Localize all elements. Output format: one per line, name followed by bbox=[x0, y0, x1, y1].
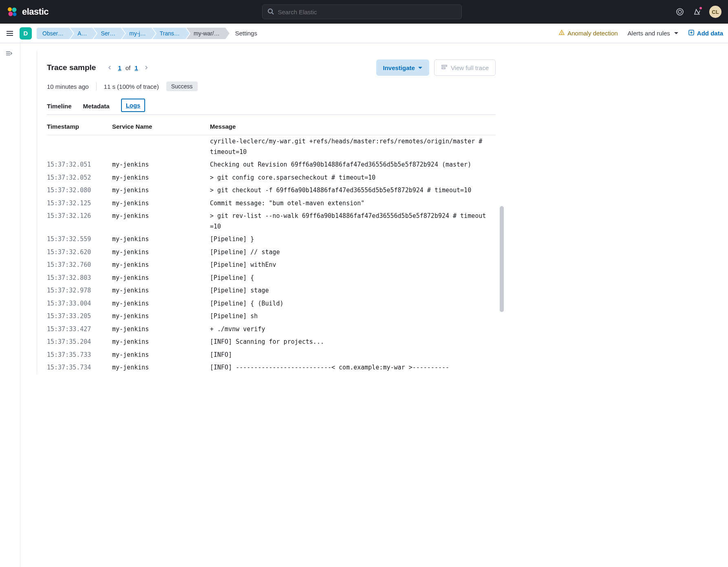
pager-prev-icon[interactable] bbox=[106, 63, 114, 73]
investigate-button[interactable]: Investigate bbox=[376, 59, 429, 76]
log-row[interactable]: cyrille-leclerc/my-war.git +refs/heads/m… bbox=[47, 135, 496, 158]
log-timestamp bbox=[47, 136, 112, 157]
log-service: my-jenkins bbox=[112, 198, 210, 209]
log-message: [Pipeline] } bbox=[210, 234, 496, 245]
log-row[interactable]: 15:37:32.760my-jenkins[Pipeline] withEnv bbox=[47, 259, 496, 272]
log-row[interactable]: 15:37:33.427my-jenkins+ ./mvnw verify bbox=[47, 323, 496, 336]
help-icon[interactable] bbox=[675, 7, 685, 17]
log-service: my-jenkins bbox=[112, 337, 210, 347]
svg-rect-20 bbox=[442, 68, 445, 69]
space-selector[interactable]: D bbox=[20, 27, 32, 40]
tab-metadata[interactable]: Metadata bbox=[83, 99, 110, 114]
anomaly-label: Anomaly detection bbox=[567, 30, 618, 37]
investigate-label: Investigate bbox=[383, 64, 415, 71]
add-data-link[interactable]: Add data bbox=[688, 29, 723, 37]
svg-point-7 bbox=[678, 10, 682, 13]
user-avatar[interactable]: CL bbox=[709, 6, 721, 18]
log-table-body: cyrille-leclerc/my-war.git +refs/heads/m… bbox=[47, 135, 496, 374]
log-row[interactable]: 15:37:32.126my-jenkins > git rev-list --… bbox=[47, 210, 496, 233]
log-row[interactable]: 15:37:32.052my-jenkins > git config core… bbox=[47, 171, 496, 185]
top-header: elastic CL bbox=[0, 0, 728, 24]
nav-toggle-icon[interactable] bbox=[5, 29, 15, 38]
alerts-label: Alerts and rules bbox=[628, 30, 670, 37]
log-timestamp: 15:37:32.080 bbox=[47, 185, 112, 196]
search-icon bbox=[267, 8, 274, 16]
log-message: Commit message: "bum otel-maven extensio… bbox=[210, 198, 496, 209]
trace-header: Trace sample 1 of 1 Investigate bbox=[47, 59, 496, 76]
log-timestamp: 15:37:32.051 bbox=[47, 160, 112, 170]
search-input[interactable] bbox=[278, 9, 457, 15]
scrollbar-thumb[interactable] bbox=[500, 206, 504, 312]
log-timestamp: 15:37:33.427 bbox=[47, 324, 112, 335]
breadcrumb-item[interactable]: my-war/… bbox=[186, 28, 225, 39]
log-row[interactable]: 15:37:32.978my-jenkins[Pipeline] stage bbox=[47, 284, 496, 297]
svg-point-2 bbox=[9, 12, 13, 16]
log-table-header: Timestamp Service Name Message bbox=[47, 115, 496, 135]
log-row[interactable]: 15:37:32.051my-jenkinsChecking out Revis… bbox=[47, 158, 496, 171]
brand-text: elastic bbox=[22, 7, 49, 17]
log-service: my-jenkins bbox=[112, 311, 210, 322]
log-timestamp: 15:37:35.733 bbox=[47, 350, 112, 360]
tab-timeline[interactable]: Timeline bbox=[47, 99, 72, 114]
svg-rect-19 bbox=[442, 65, 447, 66]
expand-rail-icon[interactable] bbox=[5, 50, 15, 59]
log-message: [Pipeline] withEnv bbox=[210, 260, 496, 270]
header-timestamp: Timestamp bbox=[47, 123, 112, 130]
brand-logo[interactable]: elastic bbox=[7, 6, 49, 18]
trace-panel: Trace sample 1 of 1 Investigate bbox=[37, 51, 505, 374]
log-row[interactable]: 15:37:35.733my-jenkins[INFO] bbox=[47, 349, 496, 362]
log-row[interactable]: 15:37:32.803my-jenkins[Pipeline] { bbox=[47, 272, 496, 285]
settings-link[interactable]: Settings bbox=[235, 30, 257, 37]
pager-next-icon[interactable] bbox=[142, 63, 150, 73]
left-rail bbox=[0, 43, 20, 567]
global-search[interactable] bbox=[262, 4, 462, 19]
view-full-trace-button[interactable]: View full trace bbox=[434, 59, 496, 76]
breadcrumb-item[interactable]: my-j… bbox=[122, 28, 151, 39]
log-service: my-jenkins bbox=[112, 247, 210, 258]
log-timestamp: 15:37:32.052 bbox=[47, 173, 112, 183]
warning-icon bbox=[558, 29, 565, 37]
newsfeed-icon[interactable] bbox=[692, 7, 702, 17]
anomaly-detection-link[interactable]: Anomaly detection bbox=[558, 29, 618, 37]
meta-divider bbox=[96, 82, 97, 90]
log-service: my-jenkins bbox=[112, 173, 210, 183]
log-message: [Pipeline] // stage bbox=[210, 247, 496, 258]
log-service: my-jenkins bbox=[112, 363, 210, 373]
log-timestamp: 15:37:35.204 bbox=[47, 337, 112, 347]
log-row[interactable]: 15:37:35.204my-jenkins[INFO] Scanning fo… bbox=[47, 336, 496, 349]
svg-point-12 bbox=[562, 34, 562, 34]
header-actions: CL bbox=[675, 6, 721, 18]
pager-of: of bbox=[126, 64, 131, 71]
breadcrumb-item[interactable]: Trans… bbox=[152, 28, 185, 39]
pager-current[interactable]: 1 bbox=[118, 64, 121, 71]
log-timestamp: 15:37:32.978 bbox=[47, 286, 112, 296]
log-service: my-jenkins bbox=[112, 350, 210, 360]
log-row[interactable]: 15:37:32.620my-jenkins[Pipeline] // stag… bbox=[47, 246, 496, 259]
log-timestamp: 15:37:33.004 bbox=[47, 299, 112, 309]
log-timestamp: 15:37:32.125 bbox=[47, 198, 112, 209]
log-row[interactable]: 15:37:35.734my-jenkins[INFO] -----------… bbox=[47, 361, 496, 374]
log-row[interactable]: 15:37:32.559my-jenkins[Pipeline] } bbox=[47, 233, 496, 246]
log-row[interactable]: 15:37:33.205my-jenkins[Pipeline] sh bbox=[47, 310, 496, 323]
log-row[interactable]: 15:37:32.080my-jenkins > git checkout -f… bbox=[47, 184, 496, 197]
log-service bbox=[112, 136, 210, 157]
log-message: Checking out Revision 69ff6a90b14886faf4… bbox=[210, 160, 496, 170]
breadcrumb-item[interactable]: Ser… bbox=[93, 28, 121, 39]
tab-logs[interactable]: Logs bbox=[121, 99, 146, 112]
log-service: my-jenkins bbox=[112, 211, 210, 232]
log-service: my-jenkins bbox=[112, 299, 210, 309]
log-message: > git config core.sparsecheckout # timeo… bbox=[210, 173, 496, 183]
pager-total[interactable]: 1 bbox=[135, 64, 138, 71]
log-timestamp: 15:37:32.760 bbox=[47, 260, 112, 270]
breadcrumb-item[interactable]: Obser… bbox=[37, 28, 69, 39]
log-row[interactable]: 15:37:32.125my-jenkinsCommit message: "b… bbox=[47, 197, 496, 210]
log-timestamp: 15:37:32.126 bbox=[47, 211, 112, 232]
log-row[interactable]: 15:37:33.004my-jenkins[Pipeline] { (Buil… bbox=[47, 297, 496, 310]
log-timestamp: 15:37:32.620 bbox=[47, 247, 112, 258]
breadcrumbs: Obser…A…Ser…my-j…Trans…my-war/… bbox=[37, 28, 226, 39]
alerts-rules-dropdown[interactable]: Alerts and rules bbox=[628, 30, 678, 37]
log-table: Timestamp Service Name Message cyrille-l… bbox=[47, 115, 496, 374]
log-message: + ./mvnw verify bbox=[210, 324, 496, 335]
add-data-icon bbox=[688, 29, 695, 37]
svg-point-6 bbox=[677, 9, 683, 15]
